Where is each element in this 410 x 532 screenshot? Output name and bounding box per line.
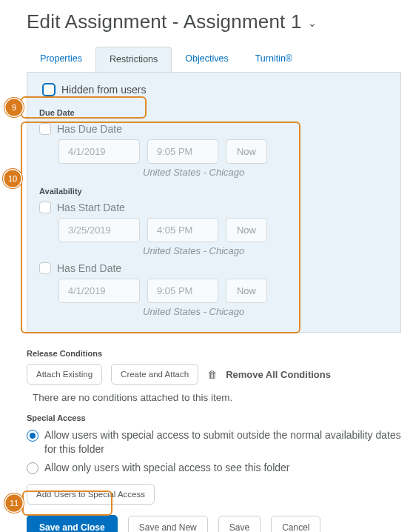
has-due-date-label: Has Due Date	[57, 123, 122, 135]
special-access-opt2-label: Allow only users with special access to …	[44, 461, 289, 475]
tab-bar: Properties Restrictions Objectives Turni…	[27, 47, 401, 73]
start-timezone: United States - Chicago	[143, 245, 389, 256]
special-access-opt2-radio[interactable]	[27, 462, 38, 474]
due-timezone: United States - Chicago	[143, 167, 389, 178]
annotation-badge-11: 11	[4, 493, 24, 513]
due-date-heading: Due Date	[39, 108, 389, 117]
trash-icon[interactable]: 🗑	[207, 369, 217, 380]
special-access-heading: Special Access	[27, 413, 401, 422]
create-and-attach-button[interactable]: Create and Attach	[111, 364, 198, 385]
attach-existing-button[interactable]: Attach Existing	[27, 364, 102, 385]
has-end-date-checkbox[interactable]	[39, 262, 51, 274]
tab-objectives[interactable]: Objectives	[172, 47, 241, 72]
end-date-input[interactable]: 4/1/2019	[58, 279, 140, 303]
due-now-button[interactable]: Now	[226, 139, 267, 164]
tab-properties[interactable]: Properties	[27, 47, 95, 72]
due-date-input[interactable]: 4/1/2019	[58, 139, 140, 164]
end-time-input[interactable]: 9:05 PM	[147, 279, 218, 303]
hidden-label: Hidden from users	[61, 84, 146, 96]
save-button[interactable]: Save	[218, 516, 261, 532]
start-date-input[interactable]: 3/25/2019	[58, 218, 140, 242]
remove-all-conditions[interactable]: Remove All Conditions	[226, 369, 331, 380]
end-now-button[interactable]: Now	[226, 279, 267, 303]
save-and-close-button[interactable]: Save and Close	[27, 515, 118, 532]
annotation-badge-9: 9	[4, 98, 24, 117]
tab-restrictions[interactable]: Restrictions	[95, 47, 172, 72]
end-timezone: United States - Chicago	[143, 306, 389, 317]
has-start-date-label: Has Start Date	[57, 202, 125, 213]
start-time-input[interactable]: 4:05 PM	[147, 218, 218, 242]
start-now-button[interactable]: Now	[226, 218, 267, 242]
restrictions-panel: Hidden from users Due Date Has Due Date …	[27, 72, 401, 333]
add-users-special-access-button[interactable]: Add Users to Special Access	[27, 484, 155, 505]
special-access-opt1-label: Allow users with special access to submi…	[44, 428, 401, 456]
page-title: Edit Assignment - Assignment 1	[27, 10, 302, 33]
release-empty-text: There are no conditions attached to this…	[33, 392, 401, 403]
special-access-opt1-radio[interactable]	[27, 430, 38, 442]
has-end-date-label: Has End Date	[57, 262, 121, 274]
hidden-checkbox[interactable]	[42, 83, 56, 96]
due-time-input[interactable]: 9:05 PM	[147, 139, 218, 164]
annotation-badge-10: 10	[3, 169, 22, 188]
save-and-new-button[interactable]: Save and New	[128, 516, 208, 532]
cancel-button[interactable]: Cancel	[271, 516, 320, 532]
release-conditions-heading: Release Conditions	[27, 349, 401, 358]
has-start-date-checkbox[interactable]	[39, 202, 51, 213]
chevron-down-icon[interactable]: ⌄	[308, 17, 317, 29]
has-due-date-checkbox[interactable]	[39, 123, 51, 135]
availability-heading: Availability	[39, 187, 389, 196]
tab-turnitin[interactable]: Turnitin®	[242, 47, 306, 72]
